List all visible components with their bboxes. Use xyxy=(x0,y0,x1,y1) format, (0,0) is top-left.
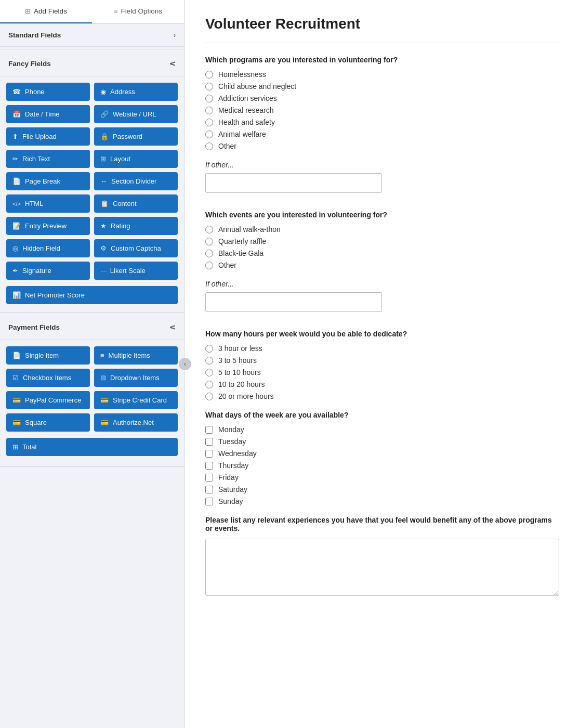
address-btn[interactable]: ◉ Address xyxy=(94,83,178,101)
cb-sunday-input[interactable] xyxy=(205,498,213,505)
content-btn[interactable]: 📋 Content xyxy=(94,194,178,213)
radio-walkathon[interactable]: Annual walk-a-thon xyxy=(205,225,559,233)
cb-friday[interactable]: Friday xyxy=(205,473,559,482)
radio-other-q1-input[interactable] xyxy=(205,142,213,150)
question-4-label: What days of the week are you available? xyxy=(205,411,559,419)
q2-other-input[interactable] xyxy=(205,292,382,312)
cb-wednesday[interactable]: Wednesday xyxy=(205,449,559,458)
total-btn[interactable]: ⊞ Total xyxy=(6,438,178,456)
radio-gala[interactable]: Black-tie Gala xyxy=(205,249,559,257)
radio-other-q2[interactable]: Other xyxy=(205,261,559,269)
likert-scale-label: Likert Scale xyxy=(110,267,146,275)
field-options-icon: ≡ xyxy=(114,7,118,15)
fancy-fields-label: Fancy Fields xyxy=(8,60,51,68)
rich-text-btn[interactable]: ✏ Rich Text xyxy=(6,150,90,168)
radio-medical-input[interactable] xyxy=(205,107,213,114)
paypal-btn[interactable]: 💳 PayPal Commerce xyxy=(6,391,90,409)
radio-walkathon-input[interactable] xyxy=(205,226,213,233)
website-btn[interactable]: 🔗 Website / URL xyxy=(94,105,178,123)
file-upload-btn[interactable]: ⬆ File Upload xyxy=(6,127,90,146)
stripe-btn[interactable]: 💳 Stripe Credit Card xyxy=(94,391,178,409)
radio-homelessness-input[interactable] xyxy=(205,71,213,79)
custom-captcha-btn[interactable]: ⚙ Custom Captcha xyxy=(94,239,178,257)
fancy-fields-header[interactable]: Fancy Fields ∨ xyxy=(0,51,184,76)
checkbox-items-btn[interactable]: ☑ Checkbox Items xyxy=(6,369,90,387)
cb-monday-input[interactable] xyxy=(205,426,213,434)
cb-tuesday[interactable]: Tuesday xyxy=(205,437,559,446)
radio-other-q1[interactable]: Other xyxy=(205,142,559,150)
radio-animal-input[interactable] xyxy=(205,131,213,138)
page-break-btn[interactable]: 📄 Page Break xyxy=(6,172,90,190)
radio-raffle[interactable]: Quarterly raffle xyxy=(205,237,559,245)
multiple-items-label: Multiple Items xyxy=(109,352,150,359)
likert-scale-btn[interactable]: ··· Likert Scale xyxy=(94,262,178,280)
radio-child-abuse-input[interactable] xyxy=(205,83,213,90)
right-panel: Volunteer Recruitment Which programs are… xyxy=(184,0,580,728)
payment-fields-header[interactable]: Payment Fields ∨ xyxy=(0,315,184,340)
dropdown-items-btn[interactable]: ⊟ Dropdown Items xyxy=(94,369,178,387)
radio-addiction[interactable]: Addiction services xyxy=(205,94,559,102)
radio-homelessness[interactable]: Homelessness xyxy=(205,70,559,79)
cb-tuesday-input[interactable] xyxy=(205,438,213,446)
cb-saturday-input[interactable] xyxy=(205,486,213,493)
tab-field-options[interactable]: ≡ Field Options xyxy=(92,0,184,23)
datetime-btn[interactable]: 📅 Date / Time xyxy=(6,105,90,123)
authorize-btn[interactable]: 💳 Authorize.Net xyxy=(94,413,178,432)
html-icon: </> xyxy=(12,201,21,207)
radio-5-10[interactable]: 5 to 10 hours xyxy=(205,368,559,376)
radio-medical[interactable]: Medical research xyxy=(205,106,559,114)
question-1-options: Homelessness Child abuse and neglect Add… xyxy=(205,70,559,150)
rating-label: Rating xyxy=(111,222,130,230)
panel-collapse-btn[interactable]: ‹ xyxy=(179,358,191,370)
html-btn[interactable]: </> HTML xyxy=(6,194,90,213)
question-2-label: Which events are you interested in volun… xyxy=(205,211,559,219)
section-divider-btn[interactable]: ↔ Section Divider xyxy=(94,172,178,190)
authorize-icon: 💳 xyxy=(100,419,109,426)
cb-saturday[interactable]: Saturday xyxy=(205,485,559,493)
radio-10-20-input[interactable] xyxy=(205,381,213,388)
single-item-btn[interactable]: 📄 Single Item xyxy=(6,346,90,365)
cb-friday-input[interactable] xyxy=(205,474,213,482)
radio-raffle-input[interactable] xyxy=(205,238,213,245)
radio-20-more-input[interactable] xyxy=(205,393,213,400)
cb-thursday-input[interactable] xyxy=(205,462,213,470)
cb-monday[interactable]: Monday xyxy=(205,425,559,434)
radio-child-abuse[interactable]: Child abuse and neglect xyxy=(205,82,559,90)
net-promoter-btn[interactable]: 📊 Net Promoter Score xyxy=(6,286,178,304)
radio-10-20[interactable]: 10 to 20 hours xyxy=(205,380,559,388)
q1-other-input[interactable] xyxy=(205,173,382,193)
rating-btn[interactable]: ★ Rating xyxy=(94,217,178,235)
custom-captcha-label: Custom Captcha xyxy=(111,244,161,252)
fancy-fields-chevron: ∨ xyxy=(168,61,178,67)
square-btn[interactable]: 💳 Square xyxy=(6,413,90,432)
cb-wednesday-input[interactable] xyxy=(205,450,213,458)
radio-health[interactable]: Health and safety xyxy=(205,118,559,126)
cb-sunday[interactable]: Sunday xyxy=(205,497,559,505)
password-btn[interactable]: 🔒 Password xyxy=(94,127,178,146)
phone-btn[interactable]: ☎ Phone xyxy=(6,83,90,101)
radio-gala-input[interactable] xyxy=(205,250,213,257)
layout-btn[interactable]: ⊞ Layout xyxy=(94,150,178,168)
radio-3-5-input[interactable] xyxy=(205,357,213,365)
signature-btn[interactable]: ✒ Signature xyxy=(6,262,90,280)
radio-3-5[interactable]: 3 to 5 hours xyxy=(205,356,559,365)
radio-5-10-input[interactable] xyxy=(205,369,213,376)
hidden-field-btn[interactable]: ◎ Hidden Field xyxy=(6,239,90,257)
radio-animal[interactable]: Animal welfare xyxy=(205,130,559,138)
radio-3-less[interactable]: 3 hour or less xyxy=(205,344,559,353)
radio-3-less-input[interactable] xyxy=(205,345,213,353)
entry-preview-btn[interactable]: 📝 Entry Preview xyxy=(6,217,90,235)
tab-add-fields[interactable]: ⊞ Add Fields xyxy=(0,0,92,23)
radio-addiction-input[interactable] xyxy=(205,95,213,102)
q5-textarea[interactable] xyxy=(205,539,559,596)
layout-label: Layout xyxy=(110,155,130,163)
checkbox-items-icon: ☑ xyxy=(12,374,19,382)
radio-other-q2-input[interactable] xyxy=(205,262,213,269)
standard-fields-header[interactable]: Standard Fields › xyxy=(0,24,184,47)
radio-health-input[interactable] xyxy=(205,119,213,126)
cb-thursday[interactable]: Thursday xyxy=(205,461,559,470)
multiple-items-btn[interactable]: ≡ Multiple Items xyxy=(94,346,178,365)
radio-20-more[interactable]: 20 or more hours xyxy=(205,392,559,400)
dropdown-items-label: Dropdown Items xyxy=(110,374,160,382)
file-upload-label: File Upload xyxy=(22,133,57,140)
